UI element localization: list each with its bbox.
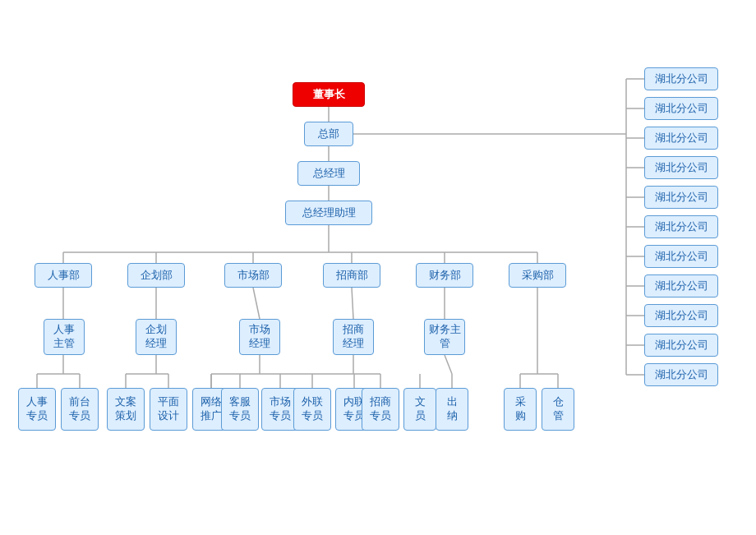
node-caigoubu: 采购部 <box>509 263 566 288</box>
node-chu_na: 出 纳 <box>436 388 468 431</box>
node-renshi_zy: 人事 专员 <box>18 388 56 431</box>
node-zhaoshangbu: 招商部 <box>323 263 380 288</box>
node-caiwubu: 财务部 <box>416 263 473 288</box>
node-kefu_zy: 客服 专员 <box>221 388 259 431</box>
node-pingmian_sj: 平面 设计 <box>150 388 187 431</box>
node-renshi_zg: 人事 主管 <box>44 319 85 355</box>
node-qihua_jl: 企划 经理 <box>136 319 177 355</box>
node-hubei9: 湖北分公司 <box>644 304 718 327</box>
node-renshibu: 人事部 <box>35 263 92 288</box>
node-zjlzl: 总经理助理 <box>285 201 372 225</box>
node-hubei2: 湖北分公司 <box>644 97 718 120</box>
node-hubei5: 湖北分公司 <box>644 186 718 209</box>
node-hubei11: 湖北分公司 <box>644 363 718 386</box>
node-shichang_jl: 市场 经理 <box>239 319 280 355</box>
node-caiwu_zg: 财务主 管 <box>424 319 465 355</box>
node-zongbu: 总部 <box>304 122 353 146</box>
node-hubei3: 湖北分公司 <box>644 127 718 150</box>
node-shichangbu: 市场部 <box>224 263 282 288</box>
node-hubei6: 湖北分公司 <box>644 215 718 238</box>
node-hubei4: 湖北分公司 <box>644 156 718 179</box>
nodes-layer: 董事长总部总经理总经理助理人事部企划部市场部招商部财务部采购部人事 主管企划 经… <box>0 0 756 535</box>
node-hubei1: 湖北分公司 <box>644 67 718 90</box>
node-dongshizhang: 董事长 <box>293 82 365 107</box>
node-zongjingli: 总经理 <box>297 161 360 186</box>
node-zhaoshang_jl: 招商 经理 <box>333 319 374 355</box>
node-wen_yuan: 文 员 <box>403 388 436 431</box>
node-hubei10: 湖北分公司 <box>644 334 718 357</box>
node-qihuabu: 企划部 <box>127 263 185 288</box>
node-zhaoshang_zy: 招商 专员 <box>362 388 399 431</box>
node-hubei8: 湖北分公司 <box>644 274 718 297</box>
node-qiantai_zy: 前台 专员 <box>61 388 99 431</box>
node-hubei7: 湖北分公司 <box>644 245 718 268</box>
node-wailain_zy: 外联 专员 <box>293 388 331 431</box>
node-wean_cy: 文案 策划 <box>107 388 145 431</box>
node-cang_guan: 仓 管 <box>542 388 574 431</box>
node-cai_gou: 采 购 <box>504 388 537 431</box>
